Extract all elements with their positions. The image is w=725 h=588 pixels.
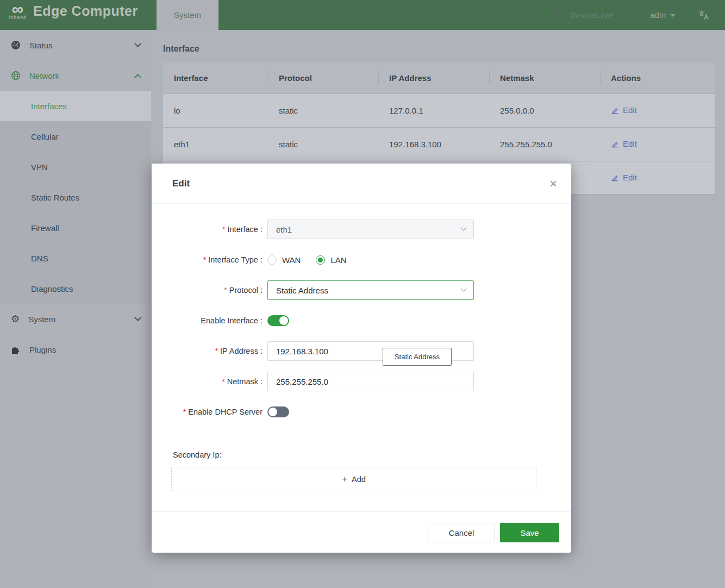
sidebar-item-system[interactable]: ⚙ System <box>0 304 151 334</box>
table-row: eth1 static 192.168.3.100 255.255.255.0 … <box>163 127 715 161</box>
username: adm <box>650 10 666 20</box>
sidebar-item-status[interactable]: Status <box>0 30 151 60</box>
field-row-enable-dhcp: *Enable DHCP Server <box>166 402 571 422</box>
add-button-label: Add <box>352 475 366 484</box>
sidebar-item-vpn[interactable]: VPN <box>0 152 151 182</box>
chevron-down-icon <box>460 286 466 292</box>
user-menu[interactable]: adm <box>650 0 676 30</box>
column-header-netmask: Netmask <box>489 73 600 83</box>
field-row-enable-interface: Enable Interface : <box>166 311 571 330</box>
enable-interface-toggle[interactable] <box>267 315 289 326</box>
required-marker: * <box>222 377 224 386</box>
header-separator <box>378 72 379 84</box>
field-row-ip-address: *IP Address : 192.168.3.100 <box>166 341 571 361</box>
cell-netmask: 255.0.0.0 <box>489 106 600 115</box>
ip-address-label: IP Address : <box>220 347 262 355</box>
required-marker: * <box>203 255 206 264</box>
sidebar-item-label: Static Routes <box>31 193 79 202</box>
sidebar-item-label: VPN <box>31 162 48 172</box>
sidebar-item-cellular[interactable]: Cellular <box>0 121 151 152</box>
close-icon[interactable]: × <box>549 177 557 190</box>
sidebar: Status Network Interfaces Cellular VPN S… <box>0 30 151 588</box>
header-separator <box>268 72 268 84</box>
required-marker: * <box>224 286 227 295</box>
column-header-protocol: Protocol <box>268 73 378 83</box>
sidebar-item-network[interactable]: Network <box>0 60 151 91</box>
field-row-netmask: *Netmask : 255.255.255.0 <box>166 372 571 391</box>
interface-select[interactable]: eth1 <box>267 220 474 239</box>
save-button[interactable]: Save <box>500 523 559 542</box>
edit-row-button[interactable]: Edit <box>611 173 637 182</box>
network-submenu: Interfaces Cellular VPN Static Routes Fi… <box>0 91 151 304</box>
chevron-down-icon <box>460 225 466 231</box>
sidebar-item-label: Diagnostics <box>31 284 73 293</box>
netmask-input[interactable]: 255.255.255.0 <box>267 372 474 391</box>
field-row-interface: *Interface : eth1 <box>166 220 571 239</box>
translate-icon <box>698 9 710 21</box>
app-logo: ∞ inhand Edge Computer <box>9 2 138 20</box>
devicelive-label: DeviceLive <box>570 10 612 20</box>
language-switcher[interactable] <box>698 0 710 30</box>
secondary-ip-label: Secondary Ip: <box>173 451 571 459</box>
enable-dhcp-toggle[interactable] <box>267 406 289 417</box>
edit-link-label: Edit <box>623 105 637 115</box>
sidebar-item-static-routes[interactable]: Static Routes <box>0 182 151 212</box>
sidebar-item-label: Interfaces <box>31 102 67 111</box>
table-row: lo static 127.0.0.1 255.0.0.0 Edit <box>163 93 715 127</box>
dialog-header: Edit × <box>152 164 571 204</box>
sidebar-item-label: System <box>28 315 135 324</box>
edit-link-label: Edit <box>623 173 637 182</box>
edit-dialog: Edit × *Interface : eth1 *Interface Type… <box>152 164 571 553</box>
edit-row-button[interactable]: Edit <box>611 105 637 115</box>
sidebar-item-label: Plugins <box>29 345 140 354</box>
table-header-row: Interface Protocol IP Address Netmask Ac… <box>163 62 715 93</box>
sidebar-item-interfaces[interactable]: Interfaces <box>0 91 151 121</box>
sidebar-item-label: DNS <box>31 254 48 263</box>
sidebar-item-dns[interactable]: DNS <box>0 243 151 273</box>
interface-label: Interface : <box>228 225 262 234</box>
radio-wan[interactable] <box>267 255 277 265</box>
cell-protocol: static <box>268 140 378 149</box>
interface-select-value: eth1 <box>276 225 292 234</box>
netmask-label: Netmask : <box>227 377 262 386</box>
sidebar-item-firewall[interactable]: Firewall <box>0 212 151 243</box>
cell-ip: 127.0.0.1 <box>378 106 489 115</box>
dialog-body: *Interface : eth1 *Interface Type : WAN … <box>152 204 571 491</box>
gauge-icon <box>11 40 21 50</box>
tab-system[interactable]: System <box>157 0 218 30</box>
enable-interface-label: Enable Interface : <box>201 316 262 325</box>
add-secondary-ip-button[interactable]: + Add <box>171 467 536 491</box>
sidebar-item-plugins[interactable]: Plugins <box>0 334 151 365</box>
protocol-select[interactable]: Static Address <box>267 280 474 300</box>
cancel-button[interactable]: Cancel <box>428 523 495 542</box>
toggle-knob <box>279 316 288 325</box>
cell-ip: 192.168.3.100 <box>378 140 489 149</box>
logo-brand-text: inhand <box>9 15 27 20</box>
cloud-icon <box>551 10 565 20</box>
globe-icon <box>11 71 21 80</box>
dialog-footer: Cancel Save <box>152 511 571 553</box>
sidebar-item-diagnostics[interactable]: Diagnostics <box>0 273 151 304</box>
edit-row-button[interactable]: Edit <box>611 139 637 148</box>
inhand-logo-icon: ∞ inhand <box>9 2 27 20</box>
sidebar-item-label: Status <box>29 41 135 50</box>
caret-down-icon <box>670 14 676 17</box>
cell-netmask: 255.255.255.0 <box>489 140 600 149</box>
column-header-actions: Actions <box>600 73 715 83</box>
devicelive-status[interactable]: DeviceLive <box>551 0 612 30</box>
header-separator <box>600 72 601 84</box>
product-title: Edge Computer <box>33 3 138 19</box>
header-separator <box>489 72 490 84</box>
radio-wan-label[interactable]: WAN <box>282 255 301 265</box>
column-header-interface: Interface <box>163 73 268 83</box>
sidebar-item-label: Firewall <box>31 223 59 233</box>
cell-interface: lo <box>163 106 268 115</box>
radio-lan[interactable] <box>316 255 325 265</box>
column-header-ip: IP Address <box>378 73 489 83</box>
field-row-protocol: *Protocol : Static Address <box>166 280 571 300</box>
cell-interface: eth1 <box>163 140 268 149</box>
gear-icon: ⚙ <box>11 314 20 324</box>
sidebar-item-label: Cellular <box>31 132 59 141</box>
radio-lan-label[interactable]: LAN <box>330 255 346 265</box>
tab-system-label: System <box>174 10 201 20</box>
